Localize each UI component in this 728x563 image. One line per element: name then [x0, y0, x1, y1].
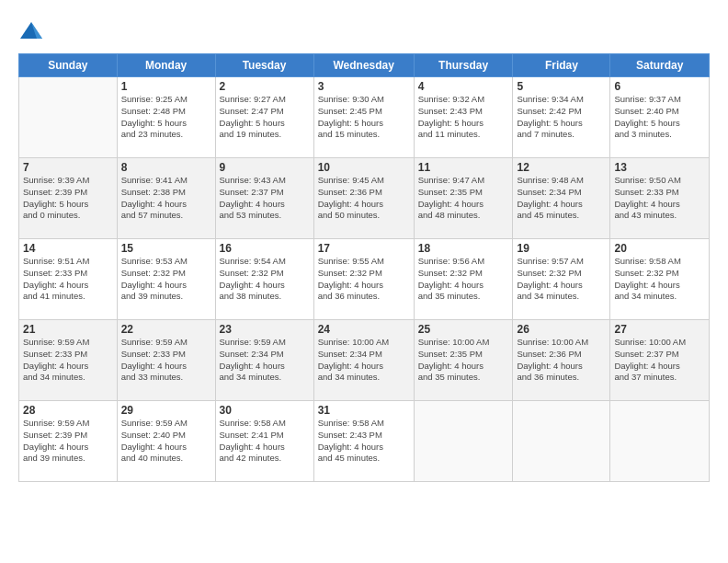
calendar-cell: 4Sunrise: 9:32 AM Sunset: 2:43 PM Daylig…: [414, 77, 513, 158]
day-number: 5: [517, 80, 606, 93]
calendar-cell: 26Sunrise: 10:00 AM Sunset: 2:36 PM Dayl…: [513, 320, 610, 401]
day-number: 9: [220, 161, 310, 174]
calendar-cell: 19Sunrise: 9:57 AM Sunset: 2:32 PM Dayli…: [513, 239, 610, 320]
week-row-4: 21Sunrise: 9:59 AM Sunset: 2:33 PM Dayli…: [19, 320, 710, 401]
header: [18, 15, 710, 44]
day-number: 14: [23, 242, 113, 255]
day-number: 3: [318, 80, 410, 93]
calendar-cell: 9Sunrise: 9:43 AM Sunset: 2:37 PM Daylig…: [215, 158, 313, 239]
day-number: 6: [614, 80, 705, 93]
calendar-cell: 21Sunrise: 9:59 AM Sunset: 2:33 PM Dayli…: [19, 320, 118, 401]
day-number: 20: [614, 242, 705, 255]
weekday-header-monday: Monday: [117, 54, 215, 77]
calendar-cell: 29Sunrise: 9:59 AM Sunset: 2:40 PM Dayli…: [117, 401, 215, 482]
calendar-cell: 14Sunrise: 9:51 AM Sunset: 2:33 PM Dayli…: [19, 239, 118, 320]
calendar-cell: 15Sunrise: 9:53 AM Sunset: 2:32 PM Dayli…: [117, 239, 215, 320]
day-info: Sunrise: 9:59 AM Sunset: 2:40 PM Dayligh…: [121, 418, 211, 465]
calendar-cell: 10Sunrise: 9:45 AM Sunset: 2:36 PM Dayli…: [313, 158, 414, 239]
calendar-cell: 27Sunrise: 10:00 AM Sunset: 2:37 PM Dayl…: [610, 320, 710, 401]
weekday-header-thursday: Thursday: [414, 54, 513, 77]
calendar-cell: 22Sunrise: 9:59 AM Sunset: 2:33 PM Dayli…: [117, 320, 215, 401]
day-number: 11: [418, 161, 509, 174]
day-info: Sunrise: 9:43 AM Sunset: 2:37 PM Dayligh…: [220, 175, 310, 222]
day-info: Sunrise: 9:25 AM Sunset: 2:48 PM Dayligh…: [121, 94, 211, 141]
day-info: Sunrise: 9:39 AM Sunset: 2:39 PM Dayligh…: [23, 175, 113, 222]
day-number: 29: [121, 404, 211, 417]
calendar-cell: [513, 401, 610, 482]
calendar-cell: 16Sunrise: 9:54 AM Sunset: 2:32 PM Dayli…: [215, 239, 313, 320]
day-info: Sunrise: 9:59 AM Sunset: 2:39 PM Dayligh…: [23, 418, 113, 465]
day-number: 12: [517, 161, 606, 174]
calendar-cell: 7Sunrise: 9:39 AM Sunset: 2:39 PM Daylig…: [19, 158, 118, 239]
calendar-cell: [610, 401, 710, 482]
weekday-header-tuesday: Tuesday: [215, 54, 313, 77]
day-number: 13: [614, 161, 705, 174]
day-info: Sunrise: 9:51 AM Sunset: 2:33 PM Dayligh…: [23, 256, 113, 303]
day-info: Sunrise: 9:45 AM Sunset: 2:36 PM Dayligh…: [318, 175, 410, 222]
weekday-header-sunday: Sunday: [19, 54, 118, 77]
day-info: Sunrise: 9:59 AM Sunset: 2:34 PM Dayligh…: [220, 337, 310, 384]
day-number: 23: [220, 323, 310, 336]
week-row-3: 14Sunrise: 9:51 AM Sunset: 2:33 PM Dayli…: [19, 239, 710, 320]
day-info: Sunrise: 9:58 AM Sunset: 2:43 PM Dayligh…: [318, 418, 410, 465]
day-info: Sunrise: 9:54 AM Sunset: 2:32 PM Dayligh…: [220, 256, 310, 303]
calendar-cell: 25Sunrise: 10:00 AM Sunset: 2:35 PM Dayl…: [414, 320, 513, 401]
day-number: 17: [318, 242, 410, 255]
day-number: 7: [23, 161, 113, 174]
day-info: Sunrise: 9:34 AM Sunset: 2:42 PM Dayligh…: [517, 94, 606, 141]
day-info: Sunrise: 9:37 AM Sunset: 2:40 PM Dayligh…: [614, 94, 705, 141]
day-info: Sunrise: 9:27 AM Sunset: 2:47 PM Dayligh…: [220, 94, 310, 141]
day-info: Sunrise: 9:55 AM Sunset: 2:32 PM Dayligh…: [318, 256, 410, 303]
calendar-cell: 3Sunrise: 9:30 AM Sunset: 2:45 PM Daylig…: [313, 77, 414, 158]
day-number: 28: [23, 404, 113, 417]
calendar: SundayMondayTuesdayWednesdayThursdayFrid…: [18, 53, 710, 482]
day-number: 30: [220, 404, 310, 417]
day-number: 31: [318, 404, 410, 417]
week-row-5: 28Sunrise: 9:59 AM Sunset: 2:39 PM Dayli…: [19, 401, 710, 482]
calendar-cell: 1Sunrise: 9:25 AM Sunset: 2:48 PM Daylig…: [117, 77, 215, 158]
weekday-header-friday: Friday: [513, 54, 610, 77]
calendar-cell: [414, 401, 513, 482]
day-number: 8: [121, 161, 211, 174]
day-info: Sunrise: 10:00 AM Sunset: 2:36 PM Daylig…: [517, 337, 606, 384]
week-row-2: 7Sunrise: 9:39 AM Sunset: 2:39 PM Daylig…: [19, 158, 710, 239]
day-info: Sunrise: 9:58 AM Sunset: 2:41 PM Dayligh…: [220, 418, 310, 465]
day-number: 22: [121, 323, 211, 336]
day-info: Sunrise: 9:57 AM Sunset: 2:32 PM Dayligh…: [517, 256, 606, 303]
day-number: 1: [121, 80, 211, 93]
weekday-header-saturday: Saturday: [610, 54, 710, 77]
day-number: 15: [121, 242, 211, 255]
day-info: Sunrise: 9:47 AM Sunset: 2:35 PM Dayligh…: [418, 175, 509, 222]
calendar-cell: 23Sunrise: 9:59 AM Sunset: 2:34 PM Dayli…: [215, 320, 313, 401]
calendar-cell: 31Sunrise: 9:58 AM Sunset: 2:43 PM Dayli…: [313, 401, 414, 482]
logo: [18, 18, 48, 44]
day-number: 2: [220, 80, 310, 93]
day-info: Sunrise: 9:53 AM Sunset: 2:32 PM Dayligh…: [121, 256, 211, 303]
calendar-cell: 8Sunrise: 9:41 AM Sunset: 2:38 PM Daylig…: [117, 158, 215, 239]
day-info: Sunrise: 9:48 AM Sunset: 2:34 PM Dayligh…: [517, 175, 606, 222]
week-row-1: 1Sunrise: 9:25 AM Sunset: 2:48 PM Daylig…: [19, 77, 710, 158]
day-number: 4: [418, 80, 509, 93]
calendar-cell: 18Sunrise: 9:56 AM Sunset: 2:32 PM Dayli…: [414, 239, 513, 320]
calendar-cell: 13Sunrise: 9:50 AM Sunset: 2:33 PM Dayli…: [610, 158, 710, 239]
calendar-cell: 17Sunrise: 9:55 AM Sunset: 2:32 PM Dayli…: [313, 239, 414, 320]
calendar-cell: 11Sunrise: 9:47 AM Sunset: 2:35 PM Dayli…: [414, 158, 513, 239]
calendar-cell: [19, 77, 118, 158]
calendar-cell: 12Sunrise: 9:48 AM Sunset: 2:34 PM Dayli…: [513, 158, 610, 239]
page: SundayMondayTuesdayWednesdayThursdayFrid…: [0, 0, 728, 563]
day-number: 10: [318, 161, 410, 174]
day-number: 18: [418, 242, 509, 255]
day-info: Sunrise: 9:58 AM Sunset: 2:32 PM Dayligh…: [614, 256, 705, 303]
weekday-header-row: SundayMondayTuesdayWednesdayThursdayFrid…: [19, 54, 710, 77]
day-number: 25: [418, 323, 509, 336]
day-number: 26: [517, 323, 606, 336]
day-info: Sunrise: 10:00 AM Sunset: 2:37 PM Daylig…: [614, 337, 705, 384]
calendar-cell: 6Sunrise: 9:37 AM Sunset: 2:40 PM Daylig…: [610, 77, 710, 158]
day-info: Sunrise: 9:30 AM Sunset: 2:45 PM Dayligh…: [318, 94, 410, 141]
day-number: 16: [220, 242, 310, 255]
day-info: Sunrise: 10:00 AM Sunset: 2:34 PM Daylig…: [318, 337, 410, 384]
calendar-cell: 2Sunrise: 9:27 AM Sunset: 2:47 PM Daylig…: [215, 77, 313, 158]
calendar-cell: 24Sunrise: 10:00 AM Sunset: 2:34 PM Dayl…: [313, 320, 414, 401]
calendar-cell: 20Sunrise: 9:58 AM Sunset: 2:32 PM Dayli…: [610, 239, 710, 320]
day-number: 21: [23, 323, 113, 336]
